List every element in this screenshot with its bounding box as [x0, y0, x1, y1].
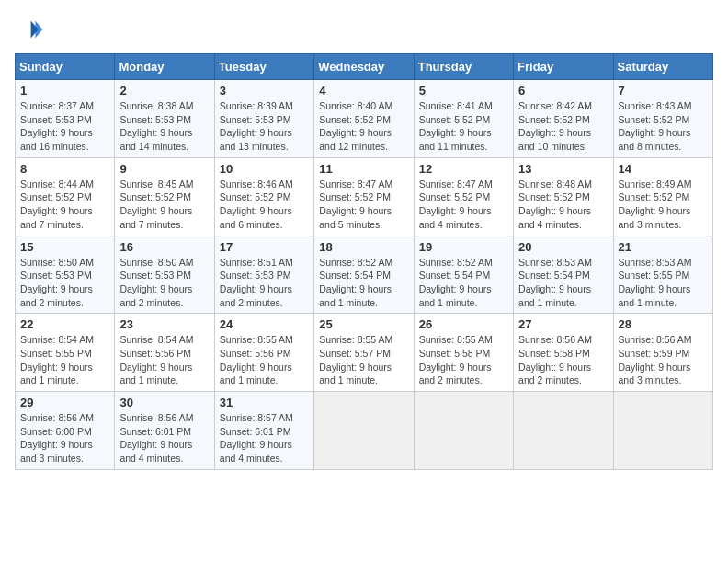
- sunset-label: Sunset: 5:52 PM: [220, 191, 291, 202]
- sunset-label: Sunset: 5:54 PM: [419, 270, 491, 281]
- sunset-label: Sunset: 5:52 PM: [518, 114, 590, 125]
- calendar-cell: 12 Sunrise: 8:47 AM Sunset: 5:52 PM Dayl…: [414, 157, 513, 236]
- calendar-cell: [514, 392, 613, 470]
- day-number: 28: [619, 317, 708, 331]
- day-info: Sunrise: 8:56 AM Sunset: 5:58 PM Dayligh…: [518, 333, 608, 387]
- day-info: Sunrise: 8:47 AM Sunset: 5:52 PM Dayligh…: [419, 178, 508, 232]
- calendar-cell: 14 Sunrise: 8:49 AM Sunset: 5:52 PM Dayl…: [613, 157, 712, 236]
- calendar-cell: 7 Sunrise: 8:43 AM Sunset: 5:52 PM Dayli…: [613, 80, 712, 158]
- daylight-label: Daylight: 9 hours and 8 minutes.: [619, 127, 691, 152]
- daylight-label: Daylight: 9 hours and 7 minutes.: [119, 205, 192, 230]
- sunset-label: Sunset: 5:54 PM: [518, 270, 590, 281]
- day-number: 23: [119, 317, 209, 331]
- sunset-label: Sunset: 5:52 PM: [518, 191, 590, 202]
- daylight-label: Daylight: 9 hours and 4 minutes.: [518, 205, 591, 230]
- sunrise-label: Sunrise: 8:43 AM: [619, 100, 692, 111]
- calendar-cell: [414, 392, 513, 470]
- calendar-cell: 11 Sunrise: 8:47 AM Sunset: 5:52 PM Dayl…: [314, 157, 414, 236]
- calendar-header: SundayMondayTuesdayWednesdayThursdayFrid…: [16, 54, 713, 80]
- sunset-label: Sunset: 5:56 PM: [220, 348, 291, 359]
- day-number: 31: [220, 396, 309, 409]
- day-number: 16: [119, 240, 209, 254]
- sunrise-label: Sunrise: 8:55 AM: [220, 334, 293, 345]
- day-number: 20: [518, 240, 608, 254]
- sunrise-label: Sunrise: 8:57 AM: [220, 412, 293, 423]
- daylight-label: Daylight: 9 hours and 16 minutes.: [20, 127, 93, 152]
- day-number: 30: [119, 396, 209, 409]
- calendar-week-2: 8 Sunrise: 8:44 AM Sunset: 5:52 PM Dayli…: [16, 157, 713, 236]
- sunrise-label: Sunrise: 8:51 AM: [220, 257, 293, 268]
- sunset-label: Sunset: 5:53 PM: [20, 270, 92, 281]
- sunset-label: Sunset: 6:01 PM: [119, 426, 191, 437]
- calendar-cell: 22 Sunrise: 8:54 AM Sunset: 5:55 PM Dayl…: [16, 314, 115, 392]
- daylight-label: Daylight: 9 hours and 1 minute.: [419, 283, 492, 308]
- day-info: Sunrise: 8:57 AM Sunset: 6:01 PM Dayligh…: [220, 411, 309, 465]
- daylight-label: Daylight: 9 hours and 3 minutes.: [20, 439, 93, 464]
- calendar-cell: 6 Sunrise: 8:42 AM Sunset: 5:52 PM Dayli…: [514, 80, 613, 158]
- sunrise-label: Sunrise: 8:45 AM: [119, 178, 193, 190]
- sunset-label: Sunset: 5:53 PM: [119, 270, 191, 281]
- day-info: Sunrise: 8:42 AM Sunset: 5:52 PM Dayligh…: [518, 99, 608, 154]
- daylight-label: Daylight: 9 hours and 14 minutes.: [119, 127, 192, 152]
- calendar-body: 1 Sunrise: 8:37 AM Sunset: 5:53 PM Dayli…: [16, 80, 713, 470]
- day-info: Sunrise: 8:47 AM Sunset: 5:52 PM Dayligh…: [319, 178, 408, 232]
- logo: [15, 15, 50, 44]
- day-number: 15: [20, 240, 109, 254]
- calendar-cell: [613, 392, 712, 470]
- day-info: Sunrise: 8:52 AM Sunset: 5:54 PM Dayligh…: [319, 256, 408, 310]
- calendar-cell: 29 Sunrise: 8:56 AM Sunset: 6:00 PM Dayl…: [16, 392, 115, 470]
- daylight-label: Daylight: 9 hours and 2 minutes.: [518, 362, 591, 386]
- sunset-label: Sunset: 5:53 PM: [220, 114, 291, 125]
- calendar-cell: 28 Sunrise: 8:56 AM Sunset: 5:59 PM Dayl…: [613, 314, 712, 392]
- day-info: Sunrise: 8:43 AM Sunset: 5:52 PM Dayligh…: [619, 99, 708, 154]
- sunrise-label: Sunrise: 8:40 AM: [319, 100, 392, 111]
- weekday-header-sunday: Sunday: [16, 54, 115, 80]
- day-number: 29: [20, 396, 109, 409]
- daylight-label: Daylight: 9 hours and 1 minute.: [319, 283, 392, 308]
- day-number: 10: [220, 162, 309, 176]
- day-number: 17: [220, 240, 309, 254]
- sunset-label: Sunset: 5:52 PM: [619, 191, 690, 202]
- sunset-label: Sunset: 5:52 PM: [119, 191, 191, 202]
- weekday-header-saturday: Saturday: [613, 54, 712, 80]
- calendar-cell: 3 Sunrise: 8:39 AM Sunset: 5:53 PM Dayli…: [214, 80, 313, 158]
- calendar-cell: 20 Sunrise: 8:53 AM Sunset: 5:54 PM Dayl…: [514, 236, 613, 314]
- sunrise-label: Sunrise: 8:52 AM: [419, 257, 493, 268]
- day-info: Sunrise: 8:48 AM Sunset: 5:52 PM Dayligh…: [518, 178, 608, 232]
- calendar-cell: 17 Sunrise: 8:51 AM Sunset: 5:53 PM Dayl…: [214, 236, 313, 314]
- daylight-label: Daylight: 9 hours and 6 minutes.: [220, 205, 292, 230]
- calendar-week-4: 22 Sunrise: 8:54 AM Sunset: 5:55 PM Dayl…: [16, 314, 713, 392]
- weekday-header-friday: Friday: [514, 54, 613, 80]
- sunrise-label: Sunrise: 8:48 AM: [518, 178, 592, 190]
- day-number: 14: [619, 162, 708, 176]
- day-info: Sunrise: 8:46 AM Sunset: 5:52 PM Dayligh…: [220, 178, 309, 232]
- day-number: 24: [220, 317, 309, 331]
- daylight-label: Daylight: 9 hours and 1 minute.: [220, 362, 292, 386]
- calendar-cell: 10 Sunrise: 8:46 AM Sunset: 5:52 PM Dayl…: [214, 157, 313, 236]
- calendar-week-1: 1 Sunrise: 8:37 AM Sunset: 5:53 PM Dayli…: [16, 80, 713, 158]
- day-info: Sunrise: 8:41 AM Sunset: 5:52 PM Dayligh…: [419, 99, 508, 154]
- day-info: Sunrise: 8:50 AM Sunset: 5:53 PM Dayligh…: [20, 256, 109, 310]
- sunset-label: Sunset: 5:58 PM: [518, 348, 590, 359]
- weekday-header-row: SundayMondayTuesdayWednesdayThursdayFrid…: [16, 54, 713, 80]
- day-info: Sunrise: 8:44 AM Sunset: 5:52 PM Dayligh…: [20, 178, 109, 232]
- day-number: 9: [119, 162, 209, 176]
- sunrise-label: Sunrise: 8:52 AM: [319, 257, 392, 268]
- calendar-cell: 27 Sunrise: 8:56 AM Sunset: 5:58 PM Dayl…: [514, 314, 613, 392]
- sunset-label: Sunset: 5:53 PM: [220, 270, 291, 281]
- sunrise-label: Sunrise: 8:41 AM: [419, 100, 493, 111]
- calendar-cell: 26 Sunrise: 8:55 AM Sunset: 5:58 PM Dayl…: [414, 314, 513, 392]
- weekday-header-tuesday: Tuesday: [214, 54, 313, 80]
- weekday-header-wednesday: Wednesday: [314, 54, 414, 80]
- calendar-cell: 18 Sunrise: 8:52 AM Sunset: 5:54 PM Dayl…: [314, 236, 414, 314]
- day-info: Sunrise: 8:56 AM Sunset: 5:59 PM Dayligh…: [619, 333, 708, 387]
- day-number: 18: [319, 240, 408, 254]
- daylight-label: Daylight: 9 hours and 12 minutes.: [319, 127, 392, 152]
- day-number: 5: [419, 84, 508, 98]
- sunset-label: Sunset: 5:52 PM: [319, 191, 391, 202]
- calendar-cell: 31 Sunrise: 8:57 AM Sunset: 6:01 PM Dayl…: [214, 392, 313, 470]
- day-info: Sunrise: 8:56 AM Sunset: 6:01 PM Dayligh…: [119, 411, 209, 465]
- weekday-header-thursday: Thursday: [414, 54, 513, 80]
- daylight-label: Daylight: 9 hours and 2 minutes.: [119, 283, 192, 308]
- day-info: Sunrise: 8:54 AM Sunset: 5:56 PM Dayligh…: [119, 333, 209, 387]
